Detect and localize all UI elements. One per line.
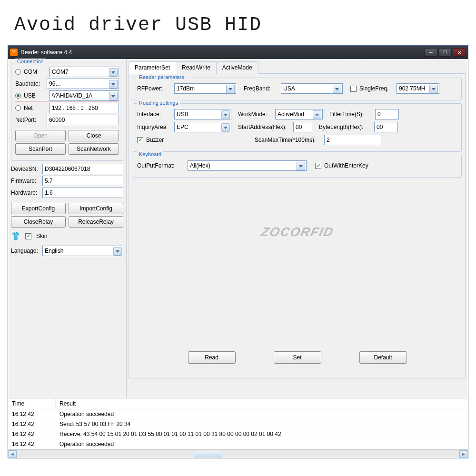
log-header: Time Result bbox=[8, 398, 468, 409]
close-conn-button[interactable]: Close bbox=[69, 130, 119, 141]
rfpower-label: RFPower: bbox=[137, 85, 171, 92]
closerelay-button[interactable]: CloseRelay bbox=[11, 216, 66, 228]
filtertime-label: FilterTime(S): bbox=[329, 111, 372, 118]
scannetwork-button[interactable]: ScanNetwork bbox=[69, 143, 119, 155]
freqband-label: FreqBand: bbox=[244, 85, 278, 92]
devicesn-label: DeviceSN: bbox=[11, 166, 40, 172]
log-row[interactable]: 16:12:42Send: 53 57 00 03 FF 20 34 bbox=[8, 419, 468, 429]
log-result: Send: 53 57 00 03 FF 20 34 bbox=[56, 420, 468, 428]
log-row[interactable]: 16:12:42Operation succeeded bbox=[8, 409, 468, 419]
skin-label: Skin bbox=[36, 233, 47, 239]
reader-params-group: Reader parameters RFPower: 17dBm FreqBan… bbox=[133, 78, 462, 100]
log-row[interactable]: 16:12:42Operation succeeded bbox=[8, 439, 468, 449]
devicesn-value: D3042206067018 bbox=[42, 164, 123, 174]
freqband-select[interactable]: USA bbox=[281, 83, 343, 94]
firmware-label: Firmware: bbox=[11, 178, 40, 184]
svg-point-0 bbox=[13, 52, 14, 53]
page-heading: Avoid driver USB HID bbox=[0, 0, 476, 45]
connection-group: Connection COM COM7 Baudrate: 96… USB \\… bbox=[11, 62, 123, 161]
set-button[interactable]: Set bbox=[274, 351, 321, 364]
scanmaxtime-input[interactable]: 2 bbox=[324, 135, 381, 145]
app-icon bbox=[10, 49, 18, 56]
log-result: Operation succeeded bbox=[56, 410, 468, 418]
reading-settings-group: Reading settings Interface: USB WorkMode… bbox=[133, 103, 462, 152]
net-label: Net bbox=[24, 105, 47, 111]
hardware-value: 1.6 bbox=[42, 188, 123, 198]
log-time: 16:12:42 bbox=[8, 420, 56, 428]
releaserelay-button[interactable]: ReleaseRelay bbox=[69, 216, 123, 228]
scroll-left-button[interactable]: ◄ bbox=[8, 450, 17, 458]
maximize-button[interactable]: ☐ bbox=[438, 48, 452, 57]
baudrate-label: Baudrate: bbox=[15, 80, 44, 87]
scroll-right-button[interactable]: ► bbox=[459, 450, 468, 458]
tab-body: Reader parameters RFPower: 17dBm FreqBan… bbox=[129, 74, 466, 378]
log-col-result[interactable]: Result bbox=[56, 398, 468, 409]
action-row: Read Set Default bbox=[129, 351, 466, 364]
workmode-select[interactable]: ActiveMod bbox=[275, 109, 323, 119]
reading-settings-legend: Reading settings bbox=[137, 100, 180, 106]
singlefreq-checkbox[interactable] bbox=[350, 86, 357, 92]
open-button[interactable]: Open bbox=[15, 130, 66, 141]
tab-readwrite[interactable]: Read/Write bbox=[176, 61, 217, 74]
usb-select[interactable]: \\?\HID#VID_1A bbox=[50, 90, 119, 101]
net-radio[interactable] bbox=[15, 105, 21, 111]
language-select[interactable]: English bbox=[42, 246, 123, 256]
log-time: 16:12:42 bbox=[8, 440, 56, 448]
window-title: Reader software 4.4 bbox=[20, 49, 424, 56]
scanport-button[interactable]: ScanPort bbox=[15, 143, 66, 155]
rfpower-select[interactable]: 17dBm bbox=[174, 83, 236, 94]
app-window: Reader software 4.4 ─ ☐ ✕ Connection COM… bbox=[8, 45, 468, 458]
buzzer-label: Buzzer bbox=[146, 137, 180, 143]
outwithenter-checkbox[interactable] bbox=[315, 163, 321, 169]
bytelength-label: ByteLength(Hex): bbox=[319, 124, 371, 130]
scroll-thumb[interactable] bbox=[194, 451, 222, 457]
default-button[interactable]: Default bbox=[359, 351, 407, 364]
main-panel: ParameterSet Read/Write ActiveMode Reade… bbox=[127, 59, 468, 398]
startaddress-input[interactable]: 00 bbox=[293, 122, 312, 132]
filtertime-input[interactable]: 0 bbox=[375, 109, 399, 119]
com-radio[interactable] bbox=[15, 69, 21, 75]
interface-label: Interface: bbox=[137, 111, 171, 118]
buzzer-checkbox[interactable] bbox=[137, 137, 143, 143]
language-label: Language: bbox=[11, 248, 40, 254]
sidebar: Connection COM COM7 Baudrate: 96… USB \\… bbox=[8, 59, 127, 398]
singlefreq-label: SingleFreq. bbox=[359, 85, 394, 92]
tab-activemode[interactable]: ActiveMode bbox=[216, 61, 258, 74]
tab-parameterset[interactable]: ParameterSet bbox=[129, 61, 176, 74]
firmware-value: 5.7 bbox=[42, 176, 123, 186]
titlebar[interactable]: Reader software 4.4 ─ ☐ ✕ bbox=[8, 46, 468, 59]
h-scrollbar[interactable]: ◄ ► bbox=[8, 449, 468, 458]
com-label: COM bbox=[24, 69, 47, 75]
startaddress-label: StartAddress(Hex): bbox=[238, 124, 290, 130]
skin-checkbox[interactable] bbox=[25, 233, 31, 239]
usb-label: USB bbox=[24, 92, 47, 99]
com-select[interactable]: COM7 bbox=[50, 67, 119, 77]
log-time: 16:12:42 bbox=[8, 410, 56, 418]
baudrate-select[interactable]: 96… bbox=[47, 79, 119, 89]
netport-input[interactable]: 60000 bbox=[47, 115, 119, 125]
log-body[interactable]: 16:12:42Operation succeeded16:12:42Send:… bbox=[8, 409, 468, 449]
netport-label: NetPort: bbox=[15, 117, 44, 123]
keyboard-group: Keyboard OutPutFormat: All(Hex) OutWithE… bbox=[133, 155, 462, 178]
importconfig-button[interactable]: ImportConfig bbox=[69, 203, 123, 214]
read-button[interactable]: Read bbox=[188, 351, 236, 364]
minimize-button[interactable]: ─ bbox=[424, 48, 437, 57]
inquiryarea-label: InquiryArea bbox=[137, 124, 171, 130]
scroll-track[interactable] bbox=[17, 450, 459, 458]
close-button[interactable]: ✕ bbox=[453, 48, 466, 57]
log-time: 16:12:42 bbox=[8, 430, 56, 438]
singlefreq-select[interactable]: 902.75MH bbox=[397, 83, 439, 94]
outputformat-select[interactable]: All(Hex) bbox=[188, 160, 307, 171]
exportconfig-button[interactable]: ExportConfig bbox=[11, 203, 66, 214]
usb-radio[interactable] bbox=[15, 93, 21, 99]
outwithenter-label: OutWithEnterKey bbox=[324, 162, 368, 169]
log-row[interactable]: 16:12:42Receive: 43 54 00 15 01 20 01 D3… bbox=[8, 429, 468, 439]
log-col-time[interactable]: Time bbox=[8, 398, 56, 409]
bytelength-input[interactable]: 00 bbox=[374, 122, 398, 132]
interface-select[interactable]: USB bbox=[174, 109, 231, 119]
outputformat-label: OutPutFormat: bbox=[137, 162, 185, 169]
hardware-label: Hardware: bbox=[11, 189, 40, 196]
net-ip-input[interactable]: 192 . 168 . 1 . 250 bbox=[50, 103, 119, 113]
inquiryarea-select[interactable]: EPC bbox=[174, 122, 231, 132]
log-result: Receive: 43 54 00 15 01 20 01 D3 55 00 0… bbox=[56, 430, 468, 438]
